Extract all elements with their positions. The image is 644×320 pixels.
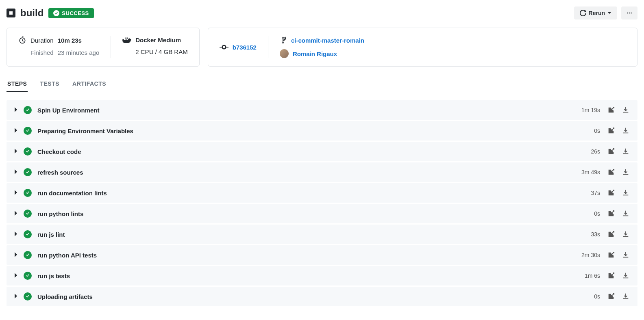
chevron-right-icon [15,272,18,279]
chevron-right-icon [15,189,18,197]
author-link[interactable]: Romain Rigaux [293,50,337,57]
success-check-icon [24,251,32,259]
open-externally-icon[interactable] [607,127,615,134]
chevron-right-icon [15,127,18,134]
step-left: Spin Up Environment [15,106,581,114]
step-left: refresh sources [15,168,581,176]
step-duration: 1m 19s [581,107,600,113]
avatar [280,49,289,58]
step-right: 37s [591,189,629,197]
step-name: run python lints [37,210,83,217]
open-externally-icon[interactable] [607,251,615,259]
chevron-right-icon [15,251,18,259]
step-duration: 2m 30s [581,252,600,258]
step-name: run python API tests [37,252,97,259]
download-icon[interactable] [622,293,629,300]
divider [111,36,111,58]
download-icon[interactable] [622,272,629,279]
chevron-right-icon [15,293,18,300]
download-icon[interactable] [622,148,629,155]
step-right: 2m 30s [581,251,629,259]
success-check-icon [24,168,32,176]
step-name: run documentation lints [37,190,107,197]
success-check-icon [24,127,32,135]
download-icon[interactable] [622,169,629,176]
rerun-icon [580,10,586,16]
step-duration: 3m 49s [581,169,600,175]
branch-author-block: ci-commit-master-romain Romain Rigaux [280,36,364,58]
step-duration: 0s [594,293,600,300]
step-row[interactable]: run python API tests2m 30s [7,245,637,265]
branch-row: ci-commit-master-romain [280,36,364,44]
stopwatch-icon [18,36,26,44]
divider [268,36,268,58]
download-icon[interactable] [622,189,629,197]
download-icon[interactable] [622,251,629,259]
download-icon[interactable] [622,127,629,134]
step-name: Checkout code [37,148,81,155]
rerun-button[interactable]: Rerun [574,6,617,19]
header-left: build SUCCESS [7,7,94,19]
finished-label: Finished [30,49,54,56]
open-externally-icon[interactable] [607,189,615,197]
tab-tests[interactable]: TESTS [39,76,60,92]
open-externally-icon[interactable] [607,210,615,217]
open-externally-icon[interactable] [607,293,615,300]
status-badge: SUCCESS [48,8,94,18]
open-externally-icon[interactable] [607,106,615,114]
step-left: run python lints [15,210,594,218]
duration-block: Duration 10m 23s Finished 23 minutes ago [18,36,99,58]
tab-artifacts[interactable]: ARTIFACTS [72,76,107,92]
step-name: Preparing Environment Variables [37,128,133,134]
finished-value: 23 minutes ago [58,49,100,56]
step-left: run python API tests [15,251,581,259]
chevron-right-icon [15,210,18,217]
commit-hash-link[interactable]: b736152 [233,44,257,51]
duration-label: Duration [30,37,54,44]
step-right: 26s [591,148,629,155]
success-check-icon [24,147,32,156]
chevron-right-icon [15,231,18,238]
check-icon [53,10,59,16]
step-left: run js tests [15,272,585,280]
open-externally-icon[interactable] [607,272,615,279]
step-row[interactable]: run documentation lints37s [7,183,637,203]
svg-point-2 [629,13,630,14]
download-icon[interactable] [622,210,629,217]
step-row[interactable]: Uploading artifacts0s [7,287,637,306]
open-externally-icon[interactable] [607,148,615,155]
step-row[interactable]: Checkout code26s [7,142,637,161]
open-externally-icon[interactable] [607,231,615,238]
step-duration: 26s [591,148,600,155]
step-row[interactable]: run python lints0s [7,204,637,223]
step-left: Checkout code [15,147,591,156]
download-icon[interactable] [622,106,629,114]
docker-icon [122,36,131,43]
step-row[interactable]: Spin Up Environment1m 19s [7,100,637,120]
step-row[interactable]: refresh sources3m 49s [7,162,637,182]
tab-steps[interactable]: STEPS [7,76,28,92]
chevron-right-icon [15,106,18,114]
step-duration: 0s [594,210,600,217]
commit-card: b736152 ci-commit-master-romain Romain R… [208,28,637,67]
step-right: 0s [594,127,629,134]
step-row[interactable]: Preparing Environment Variables0s [7,121,637,141]
build-title: build [20,7,44,19]
download-icon[interactable] [622,231,629,238]
info-cards: Duration 10m 23s Finished 23 minutes ago… [7,28,637,67]
step-row[interactable]: run js lint33s [7,225,637,244]
more-button[interactable] [621,6,637,19]
tabs: STEPSTESTSARTIFACTS [7,76,637,92]
branch-link[interactable]: ci-commit-master-romain [291,37,364,44]
step-row[interactable]: run js tests1m 6s [7,266,637,285]
step-duration: 37s [591,190,600,196]
success-check-icon [24,210,32,218]
job-icon [7,9,15,17]
step-name: Uploading artifacts [37,293,93,300]
open-externally-icon[interactable] [607,169,615,176]
step-duration: 1m 6s [585,272,600,279]
step-left: run js lint [15,230,591,238]
chevron-right-icon [15,169,18,176]
step-right: 33s [591,231,629,238]
finished-row: Finished 23 minutes ago [18,49,99,56]
